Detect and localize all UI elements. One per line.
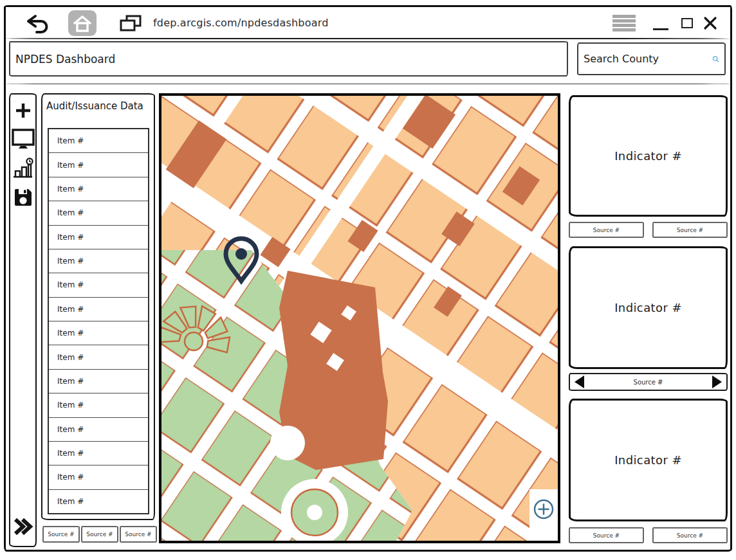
back-button[interactable]: [23, 14, 50, 34]
tool-rail: [9, 93, 37, 547]
double-chevron-right-icon: [12, 517, 34, 536]
page-title-bar: NPDES Dashboard: [9, 41, 568, 77]
source-button[interactable]: Source #: [569, 527, 644, 543]
list-item[interactable]: Item #: [49, 226, 148, 249]
item-list: Item # Item # Item # Item # Item # Item …: [48, 128, 149, 514]
indicator-column: Indicator # Source # Source # Indicator …: [569, 7, 728, 550]
page-title: NPDES Dashboard: [15, 53, 115, 66]
plus-icon: [14, 102, 32, 120]
source-button[interactable]: Source #: [120, 526, 157, 543]
expand-panel-button[interactable]: [12, 515, 35, 538]
list-item[interactable]: Item #: [49, 370, 148, 393]
left-source-buttons: Source # Source # Source #: [42, 526, 157, 543]
indicator1-source-buttons: Source # Source #: [569, 222, 728, 238]
back-arrow-icon: [23, 14, 50, 34]
indicator-panel-1: Indicator #: [569, 95, 728, 217]
statistics-button[interactable]: [12, 157, 35, 180]
list-item[interactable]: Item #: [49, 177, 148, 201]
list-item[interactable]: Item #: [49, 345, 148, 369]
screen-button[interactable]: [12, 128, 35, 151]
save-button[interactable]: [12, 186, 35, 209]
indicator-title: Indicator #: [614, 453, 682, 467]
source-carousel: Source #: [569, 373, 728, 391]
url-text[interactable]: fdep.arcgis.com/npdesdashboard: [153, 17, 329, 29]
list-item[interactable]: Item #: [49, 249, 148, 273]
carousel-next-button[interactable]: [712, 375, 722, 388]
source-button[interactable]: Source #: [81, 526, 118, 543]
indicator3-source-buttons: Source # Source #: [569, 527, 728, 543]
list-item[interactable]: Item #: [49, 490, 148, 513]
save-disk-icon: [13, 187, 33, 208]
list-item[interactable]: Item #: [49, 298, 148, 321]
audit-issuance-panel: Audit/Issuance Data Item # Item # Item #…: [41, 93, 155, 520]
list-item[interactable]: Item #: [49, 442, 148, 465]
indicator-panel-3: Indicator #: [569, 399, 728, 521]
indicator-title: Indicator #: [614, 301, 682, 314]
monitor-icon: [12, 129, 35, 150]
list-item[interactable]: Item #: [49, 201, 148, 225]
list-item[interactable]: Item #: [49, 418, 148, 442]
indicator-title: Indicator #: [614, 149, 682, 163]
list-item[interactable]: Item #: [49, 393, 148, 417]
tabs-icon: [119, 15, 142, 33]
tabs-button[interactable]: [119, 15, 142, 33]
source-button[interactable]: Source #: [569, 222, 644, 238]
map-canvas[interactable]: [159, 93, 560, 543]
add-button[interactable]: [12, 99, 35, 122]
source-button[interactable]: Source #: [42, 526, 80, 543]
home-icon: [67, 10, 98, 37]
source-button[interactable]: Source #: [652, 222, 728, 238]
indicator-panel-2: Indicator #: [569, 246, 728, 369]
panel-title: Audit/Issuance Data: [42, 95, 154, 112]
list-item[interactable]: Item #: [49, 129, 148, 153]
map-zoom-button[interactable]: [529, 489, 558, 541]
list-item[interactable]: Item #: [49, 465, 148, 489]
carousel-prev-button[interactable]: [575, 375, 584, 388]
list-item[interactable]: Item #: [49, 321, 148, 345]
carousel-label: Source #: [584, 379, 712, 386]
map-illustration: [161, 96, 558, 541]
app-window: fdep.arcgis.com/npdesdashboard NPDES Das…: [4, 5, 732, 552]
source-button[interactable]: Source #: [652, 527, 728, 543]
home-button[interactable]: [67, 10, 98, 37]
bar-chart-clock-icon: [12, 158, 34, 179]
list-item[interactable]: Item #: [49, 273, 148, 297]
list-item[interactable]: Item #: [49, 153, 148, 177]
